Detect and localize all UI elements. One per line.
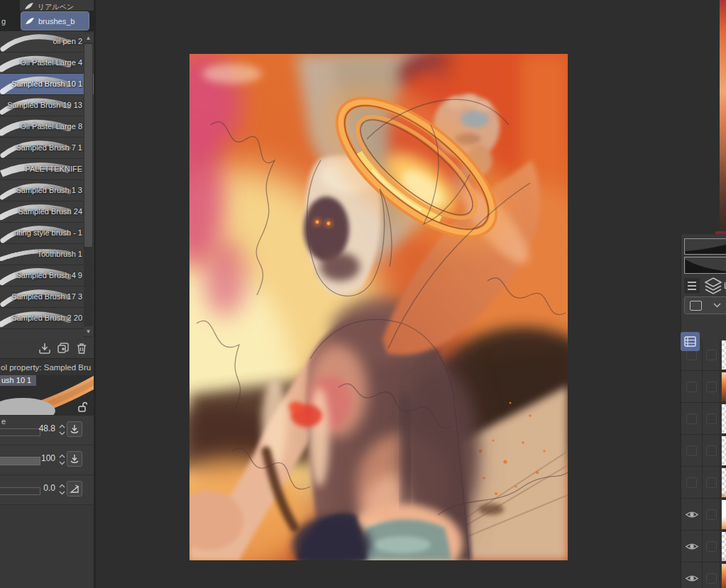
opacity-value[interactable]: 100 [41, 453, 55, 463]
paint-app-window: リアルペン g brushes_b oil pen 2 Oil Pastel L… [0, 0, 726, 588]
brush-item[interactable]: Sampled Brush 4 9 [0, 265, 94, 287]
layer-thumbnail[interactable] [722, 436, 726, 465]
angle-slider[interactable] [0, 487, 40, 495]
visibility-cell[interactable] [681, 371, 703, 402]
visibility-cell[interactable] [681, 562, 703, 588]
opacity-slider[interactable] [0, 457, 40, 465]
edit-lock-cell[interactable] [703, 403, 720, 434]
brush-size-value[interactable]: 48.8 [39, 423, 55, 433]
pressure-dynamics-button[interactable] [67, 421, 82, 437]
layer-checkbox[interactable] [706, 573, 717, 584]
layer-list-view-button[interactable] [681, 332, 700, 351]
brush-item-selected[interactable]: Sampled Brush 10 1 [0, 74, 94, 95]
layer-row-visible[interactable] [681, 531, 726, 562]
panel-filler [0, 504, 94, 588]
brush-item[interactable]: Sampled Brush 7 1 [0, 138, 94, 159]
brush-size-slider[interactable] [0, 428, 40, 436]
layer-checkbox[interactable] [706, 445, 717, 456]
tab-fragment-label[interactable]: g [1, 17, 6, 26]
brush-item[interactable]: Sampled Brush 1 3 [0, 180, 94, 201]
brush-item[interactable]: PALETTEKNIFE [0, 159, 94, 180]
visibility-cell[interactable] [681, 435, 703, 466]
pressure-dynamics-button[interactable] [67, 451, 82, 467]
visibility-checkbox[interactable] [686, 445, 697, 456]
edit-lock-cell[interactable] [703, 531, 720, 562]
visibility-cell[interactable] [681, 531, 703, 562]
edit-lock-cell[interactable] [703, 499, 720, 530]
layer-checkbox[interactable] [706, 382, 717, 392]
layer-row-visible[interactable] [681, 562, 726, 588]
edit-lock-cell[interactable] [703, 371, 720, 402]
unlock-icon[interactable] [77, 401, 87, 412]
visibility-checkbox[interactable] [686, 414, 697, 424]
angle-value[interactable]: 0.0 [43, 483, 55, 493]
brush-panel: リアルペン g brushes_b oil pen 2 Oil Pastel L… [0, 0, 96, 588]
brush-item[interactable]: Sampled Brush 2 20 [0, 308, 94, 329]
curve-ramp-up [685, 239, 726, 254]
brush-item[interactable]: Oil Pastel Large 8 [0, 116, 94, 138]
delete-brush-icon[interactable] [75, 342, 88, 355]
visibility-checkbox[interactable] [686, 382, 697, 392]
layer-row-visible[interactable] [681, 499, 726, 531]
brush-item[interactable]: Sampled Brush 24 [0, 201, 94, 223]
visibility-cell[interactable] [681, 467, 703, 498]
pen-icon [25, 17, 35, 26]
navigator-preview-sliver [720, 0, 726, 228]
brush-item[interactable]: Sampled Brush 19 13 [0, 95, 94, 116]
layer-row[interactable] [681, 371, 726, 403]
brush-item[interactable]: nting style brush - 1 [0, 223, 94, 244]
edit-lock-cell[interactable] [703, 339, 720, 370]
visibility-cell[interactable] [681, 499, 703, 530]
visibility-checkbox[interactable] [686, 477, 697, 488]
layer-checkbox[interactable] [706, 509, 717, 520]
layer-thumbnail[interactable] [722, 404, 726, 433]
curve-ramp-down [685, 257, 726, 273]
layer-thumbnail[interactable] [722, 500, 726, 529]
eye-icon[interactable] [685, 542, 699, 551]
layer-row[interactable] [681, 435, 726, 467]
dynamics-curve-preview-2[interactable] [684, 257, 726, 274]
layer-checkbox[interactable] [706, 350, 717, 360]
spinner-icon[interactable] [59, 454, 65, 465]
layer-row[interactable] [681, 403, 726, 435]
tab-brushes-active[interactable]: brushes_b [21, 11, 89, 30]
brush-preview: ush 10 1 [0, 375, 94, 415]
angle-dynamics-button[interactable] [67, 481, 82, 497]
scroll-down-icon[interactable]: ▼ [84, 326, 93, 336]
layer-checkbox[interactable] [706, 414, 717, 424]
duplicate-brush-icon[interactable] [57, 342, 70, 355]
param-row-opacity: 100 [0, 445, 94, 475]
blend-mode-icon [690, 301, 702, 311]
spinner-icon[interactable] [59, 484, 65, 495]
eye-icon[interactable] [685, 510, 699, 519]
brush-item[interactable]: oil pen 2 [0, 31, 94, 52]
layer-checkbox[interactable] [706, 541, 717, 552]
visibility-cell[interactable] [681, 403, 703, 434]
brush-item[interactable]: Oil Pastel Large 4 [0, 52, 94, 74]
param-label-fragment: e [1, 417, 6, 426]
layer-thumbnail[interactable] [722, 532, 726, 561]
dynamics-curve-preview-1[interactable] [684, 238, 726, 255]
edit-lock-cell[interactable] [703, 562, 720, 588]
edit-lock-cell[interactable] [703, 467, 720, 498]
layer-thumbnail[interactable] [722, 340, 726, 370]
brush-item[interactable]: Toothbrush 1 [0, 244, 94, 265]
brush-item[interactable]: Sampled Brush 17 3 [0, 287, 94, 308]
layer-thumbnail[interactable] [722, 564, 726, 588]
scrollbar-thumb[interactable] [84, 44, 92, 247]
layer-thumbnail[interactable] [722, 372, 726, 401]
edit-lock-cell[interactable] [703, 435, 720, 466]
brush-list-scrollbar[interactable]: ▲ ▼ [84, 31, 93, 338]
import-brush-icon[interactable] [38, 342, 51, 355]
tab-partial-top[interactable]: リアルペン [20, 0, 94, 11]
layer-thumbnail[interactable] [722, 468, 726, 497]
panel-menu-button[interactable] [684, 278, 700, 294]
layer-checkbox[interactable] [706, 477, 717, 488]
layers-panel: L [680, 234, 726, 588]
eye-icon[interactable] [685, 574, 699, 583]
canvas-artwork[interactable] [189, 54, 568, 560]
blend-mode-dropdown[interactable] [684, 296, 726, 314]
scroll-up-icon[interactable]: ▲ [84, 33, 93, 43]
spinner-icon[interactable] [59, 424, 65, 436]
layer-row[interactable] [681, 467, 726, 499]
